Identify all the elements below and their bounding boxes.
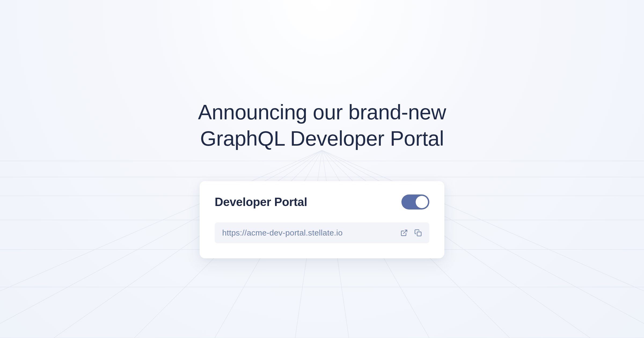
card-title: Developer Portal	[215, 195, 307, 209]
portal-url-text: https://acme-dev-portal.stellate.io	[222, 228, 343, 237]
enable-portal-toggle[interactable]	[401, 194, 429, 210]
copy-url-button[interactable]	[414, 229, 422, 237]
external-link-icon	[400, 229, 408, 237]
open-external-button[interactable]	[400, 229, 408, 237]
svg-rect-20	[417, 232, 421, 236]
toggle-knob	[416, 196, 428, 208]
card-header: Developer Portal	[215, 194, 429, 210]
portal-url-box: https://acme-dev-portal.stellate.io	[215, 222, 429, 243]
url-actions	[400, 229, 422, 237]
developer-portal-card: Developer Portal https://acme-dev-portal…	[200, 181, 444, 258]
svg-line-19	[404, 230, 407, 234]
announcement-headline: Announcing our brand-newGraphQL Develope…	[198, 99, 446, 152]
copy-icon	[414, 229, 422, 237]
